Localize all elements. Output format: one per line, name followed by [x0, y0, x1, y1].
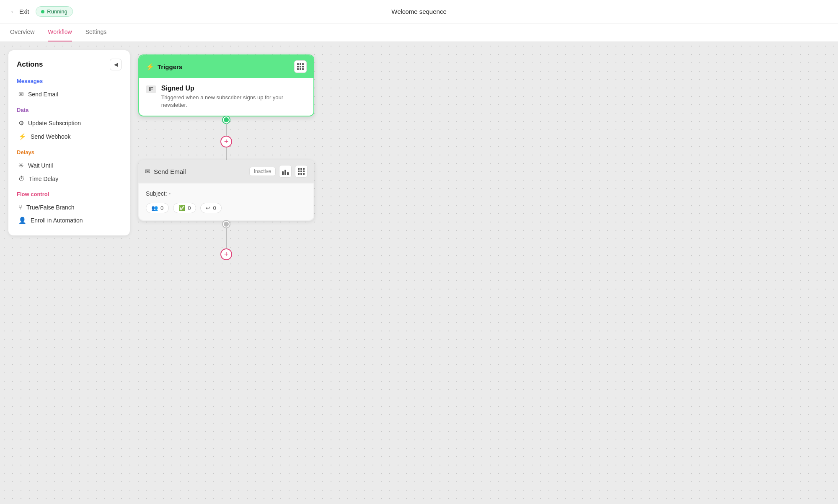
time-delay-icon: ⏱	[18, 175, 25, 182]
topbar: ← Exit Running Welcome sequence	[0, 0, 838, 23]
action-send-email[interactable]: ✉ Send Email	[17, 88, 122, 101]
send-email-label: Send Email	[28, 91, 58, 98]
stat-sent: 👥 0	[146, 203, 169, 213]
sidebar-collapse-button[interactable]: ◀	[110, 59, 122, 70]
time-delay-label: Time Delay	[29, 176, 58, 182]
section-flow-control-label: Flow control	[17, 191, 122, 197]
connector-2: +	[220, 221, 232, 260]
back-arrow-icon: ←	[10, 8, 17, 16]
send-email-header: ✉ Send Email Inactive	[138, 160, 314, 183]
exit-button[interactable]: ← Exit	[10, 8, 29, 16]
collapse-arrow-icon: ◀	[114, 62, 118, 67]
inactive-badge: Inactive	[249, 167, 276, 176]
connector-line-1	[226, 123, 227, 136]
connector-dot-green	[223, 116, 230, 123]
running-dot-icon	[41, 10, 44, 13]
stat-opened: ✅ 0	[173, 203, 196, 213]
workflow-canvas[interactable]: Actions ◀ Messages ✉ Send Email Data ⚙ U…	[0, 42, 838, 504]
stat-sent-value: 0	[160, 205, 163, 211]
action-true-false-branch[interactable]: ⑂ True/False Branch	[17, 201, 122, 214]
tab-workflow[interactable]: Workflow	[48, 23, 72, 41]
actions-sidebar: Actions ◀ Messages ✉ Send Email Data ⚙ U…	[8, 50, 130, 235]
action-send-webhook[interactable]: ⚡ Send Webhook	[17, 130, 122, 143]
connector-line-2	[226, 147, 227, 160]
trigger-header: ⚡ Triggers	[139, 55, 313, 78]
section-messages-label: Messages	[17, 78, 122, 84]
branch-icon: ⑂	[18, 204, 22, 211]
sidebar-title: Actions	[17, 60, 43, 69]
section-data-label: Data	[17, 107, 122, 113]
grid-icon	[297, 63, 304, 70]
wait-until-label: Wait Until	[28, 162, 53, 169]
update-subscription-label: Update Subscription	[28, 120, 81, 127]
people-icon: 👥	[151, 205, 158, 211]
add-step-button-1[interactable]: +	[220, 136, 232, 147]
main-area: Actions ◀ Messages ✉ Send Email Data ⚙ U…	[0, 42, 838, 504]
sidebar-header: Actions ◀	[17, 59, 122, 70]
connector-line-3	[226, 227, 227, 248]
action-update-subscription[interactable]: ⚙ Update Subscription	[17, 116, 122, 130]
step-controls: Inactive	[249, 165, 308, 178]
email-stats: 👥 0 ✅ 0 ↩ 0	[146, 203, 307, 213]
running-badge: Running	[36, 6, 72, 17]
nav-tabs: Overview Workflow Settings	[0, 23, 838, 42]
enroll-automation-label: Enroll in Automation	[31, 217, 83, 224]
if-badge: IF	[146, 85, 156, 93]
check-icon: ✅	[178, 205, 185, 211]
trigger-name: Signed Up	[161, 85, 307, 92]
page-title: Welcome sequence	[391, 8, 446, 15]
running-label: Running	[47, 8, 67, 15]
add-step-button-2[interactable]: +	[220, 248, 232, 260]
reply-icon: ↩	[206, 205, 210, 211]
connector-dot-gray	[223, 221, 230, 227]
trigger-card[interactable]: ⚡ Triggers IF Si	[138, 54, 314, 116]
trigger-settings-button[interactable]	[294, 60, 307, 73]
action-wait-until[interactable]: ✳ Wait Until	[17, 159, 122, 172]
stat-clicked-value: 0	[213, 205, 216, 211]
action-time-delay[interactable]: ⏱ Time Delay	[17, 172, 122, 185]
grid-icon-2	[298, 168, 305, 175]
step-header-left: ✉ Send Email	[145, 168, 186, 175]
trigger-header-left: ⚡ Triggers	[146, 63, 182, 71]
lightning-icon: ⚡	[146, 63, 154, 71]
send-email-card[interactable]: ✉ Send Email Inactive	[138, 160, 314, 221]
step-menu-button[interactable]	[295, 165, 308, 178]
stat-opened-value: 0	[188, 205, 191, 211]
exit-label: Exit	[19, 8, 29, 15]
send-email-step-label: Send Email	[154, 168, 186, 175]
email-subject: Subject: -	[146, 190, 307, 197]
stat-clicked: ↩ 0	[200, 203, 221, 213]
enroll-icon: 👤	[18, 217, 26, 224]
bar-chart-icon	[282, 168, 289, 175]
step-stats-button[interactable]	[279, 165, 292, 178]
email-step-icon: ✉	[145, 168, 150, 175]
workflow-nodes: ⚡ Triggers IF Si	[138, 54, 314, 260]
trigger-row: IF Signed Up Triggered when a new subscr…	[146, 85, 307, 109]
send-email-body: Subject: - 👥 0 ✅ 0 ↩ 0	[139, 184, 313, 220]
true-false-branch-label: True/False Branch	[26, 204, 75, 211]
trigger-header-title: Triggers	[158, 63, 182, 70]
send-webhook-label: Send Webhook	[31, 133, 70, 140]
webhook-icon: ⚡	[18, 133, 26, 140]
wait-until-icon: ✳	[18, 162, 24, 169]
trigger-body: IF Signed Up Triggered when a new subscr…	[139, 78, 313, 116]
action-enroll-automation[interactable]: 👤 Enroll in Automation	[17, 214, 122, 227]
update-subscription-icon: ⚙	[18, 119, 24, 127]
connector-1: +	[220, 116, 232, 160]
tab-settings[interactable]: Settings	[85, 23, 107, 41]
tab-overview[interactable]: Overview	[10, 23, 34, 41]
trigger-description: Triggered when a new subscriber signs up…	[161, 94, 307, 109]
email-icon: ✉	[18, 90, 24, 98]
trigger-info: Signed Up Triggered when a new subscribe…	[161, 85, 307, 109]
section-delays-label: Delays	[17, 149, 122, 155]
